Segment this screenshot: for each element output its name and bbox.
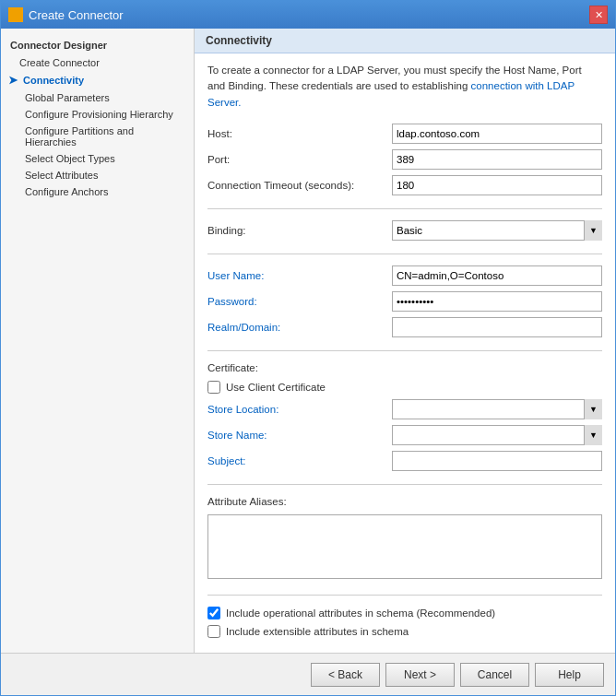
- password-label: Password:: [207, 296, 392, 307]
- certificate-label: Certificate:: [207, 362, 602, 373]
- title-bar: Create Connector ✕: [1, 1, 615, 29]
- bottom-bar: < Back Next > Cancel Help: [1, 653, 615, 695]
- use-client-cert-label: Use Client Certificate: [226, 382, 326, 393]
- store-name-label: Store Name:: [207, 430, 392, 441]
- include-extensible-row: Include extensible attributes in schema: [207, 625, 602, 638]
- credentials-section: User Name: Password: Realm/Domain:: [207, 265, 602, 337]
- sidebar-item-label: Select Attributes: [25, 170, 99, 181]
- sidebar-item-label: Configure Provisioning Hierarchy: [25, 109, 173, 120]
- username-label: User Name:: [207, 270, 392, 281]
- app-icon: [8, 7, 23, 22]
- svg-rect-3: [17, 16, 21, 20]
- panel-header: Connectivity: [195, 29, 615, 53]
- binding-select-wrapper: Basic SSL TLS Kerberos ▼: [392, 220, 602, 241]
- store-name-select[interactable]: [392, 425, 602, 445]
- sidebar-item-label: Create Connector: [19, 57, 100, 68]
- divider-2: [207, 254, 602, 254]
- username-input[interactable]: [392, 265, 602, 286]
- svg-rect-0: [10, 9, 15, 14]
- schema-options-section: Include operational attributes in schema…: [207, 607, 602, 638]
- store-name-row: Store Name: ▼: [207, 425, 602, 445]
- close-button[interactable]: ✕: [589, 6, 608, 24]
- password-input[interactable]: [392, 291, 602, 312]
- info-text: To create a connector for a LDAP Server,…: [207, 63, 602, 111]
- include-extensible-checkbox[interactable]: [207, 625, 220, 638]
- next-button[interactable]: Next >: [385, 663, 455, 687]
- connection-timeout-label: Connection Timeout (seconds):: [207, 180, 392, 191]
- realm-label: Realm/Domain:: [207, 322, 392, 333]
- sidebar-item-configure-anchors[interactable]: Configure Anchors: [1, 183, 194, 200]
- realm-input[interactable]: [392, 317, 602, 337]
- divider-4: [207, 484, 602, 485]
- sidebar-item-label: Global Parameters: [25, 92, 110, 103]
- main-window: Create Connector ✕ Connector Designer Cr…: [0, 0, 616, 696]
- use-client-cert-row: Use Client Certificate: [207, 381, 602, 394]
- sidebar-item-global-parameters[interactable]: Global Parameters: [1, 89, 194, 106]
- divider-1: [207, 208, 602, 209]
- use-client-cert-checkbox[interactable]: [207, 381, 220, 394]
- store-name-select-wrapper: ▼: [392, 425, 602, 445]
- sidebar-item-create-connector[interactable]: Create Connector: [1, 54, 194, 71]
- sidebar-item-label: Configure Anchors: [25, 186, 109, 197]
- panel-body: To create a connector for a LDAP Server,…: [195, 53, 615, 653]
- svg-rect-2: [10, 16, 15, 20]
- svg-rect-1: [17, 9, 21, 14]
- window-title: Create Connector: [29, 8, 124, 22]
- divider-5: [207, 595, 602, 596]
- store-location-row: Store Location: ▼: [207, 399, 602, 419]
- cancel-button[interactable]: Cancel: [460, 663, 529, 687]
- back-button[interactable]: < Back: [311, 663, 380, 687]
- connection-timeout-input[interactable]: [392, 175, 602, 195]
- attribute-aliases-section: Attribute Aliases:: [207, 496, 602, 582]
- binding-label: Binding:: [207, 225, 392, 236]
- include-operational-row: Include operational attributes in schema…: [207, 607, 602, 619]
- binding-row: Binding: Basic SSL TLS Kerberos ▼: [207, 220, 602, 241]
- binding-section: Binding: Basic SSL TLS Kerberos ▼: [207, 220, 602, 241]
- include-extensible-label: Include extensible attributes in schema: [226, 626, 409, 637]
- store-location-label: Store Location:: [207, 404, 392, 415]
- port-input[interactable]: [392, 149, 602, 170]
- subject-input[interactable]: [392, 451, 602, 471]
- sidebar-item-label: Connectivity: [23, 75, 84, 86]
- store-location-select[interactable]: [392, 399, 602, 419]
- include-operational-label: Include operational attributes in schema…: [226, 608, 495, 619]
- sidebar-item-select-attributes[interactable]: Select Attributes: [1, 167, 194, 183]
- sidebar-item-label: Select Object Types: [25, 153, 115, 164]
- sidebar-section-title: Connector Designer: [1, 36, 194, 54]
- host-label: Host:: [207, 128, 392, 139]
- realm-row: Realm/Domain:: [207, 317, 602, 337]
- port-label: Port:: [207, 154, 392, 165]
- port-row: Port:: [207, 149, 602, 170]
- password-row: Password:: [207, 291, 602, 312]
- sidebar-item-connectivity[interactable]: ➤ Connectivity: [1, 71, 194, 89]
- arrow-icon: ➤: [8, 74, 18, 87]
- host-input[interactable]: [392, 124, 602, 144]
- subject-row: Subject:: [207, 451, 602, 471]
- right-panel: Connectivity To create a connector for a…: [195, 29, 615, 653]
- include-operational-checkbox[interactable]: [207, 607, 220, 619]
- divider-3: [207, 350, 602, 351]
- store-location-select-wrapper: ▼: [392, 399, 602, 419]
- host-section: Host: Port: Connection Timeout (seconds)…: [207, 124, 602, 195]
- sidebar: Connector Designer Create Connector ➤ Co…: [1, 29, 195, 653]
- sidebar-item-label: Configure Partitions and Hierarchies: [25, 125, 184, 147]
- sidebar-item-configure-partitions[interactable]: Configure Partitions and Hierarchies: [1, 123, 194, 150]
- certificate-section: Certificate: Use Client Certificate Stor…: [207, 362, 602, 471]
- main-content: Connector Designer Create Connector ➤ Co…: [1, 29, 615, 653]
- attribute-aliases-textarea[interactable]: [207, 514, 602, 579]
- subject-label: Subject:: [207, 455, 392, 466]
- sidebar-item-configure-provisioning[interactable]: Configure Provisioning Hierarchy: [1, 106, 194, 123]
- username-row: User Name:: [207, 265, 602, 286]
- connection-timeout-row: Connection Timeout (seconds):: [207, 175, 602, 195]
- host-row: Host:: [207, 124, 602, 144]
- binding-select[interactable]: Basic SSL TLS Kerberos: [392, 220, 602, 241]
- help-button[interactable]: Help: [535, 663, 604, 687]
- attribute-aliases-label: Attribute Aliases:: [207, 496, 602, 507]
- sidebar-item-select-object-types[interactable]: Select Object Types: [1, 150, 194, 167]
- title-bar-left: Create Connector: [8, 7, 124, 22]
